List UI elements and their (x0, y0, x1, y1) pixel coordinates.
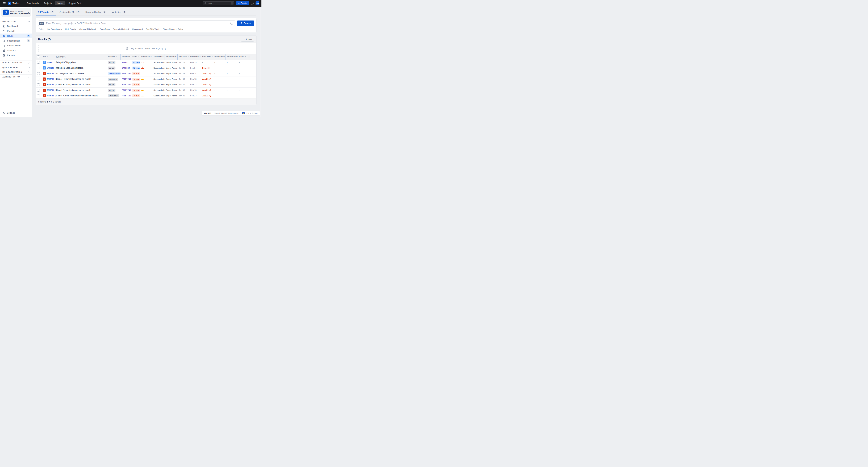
top-nav-projects[interactable]: Projects (42, 1, 54, 5)
sidebar-section-dashboard[interactable]: DASHBOARD (0, 20, 32, 24)
sidebar-group-administration[interactable]: ADMINISTRATION (0, 75, 32, 79)
export-button[interactable]: Export (241, 37, 254, 41)
column-header-due-date[interactable]: DUE DATE⇅ (201, 54, 213, 60)
project-link[interactable]: FRONTEND (122, 72, 131, 75)
project-link[interactable]: FRONTEND (122, 95, 131, 97)
table-row[interactable]: FRONTEND-5[Clone] Fix navigation menu on… (36, 82, 256, 87)
top-nav-issues[interactable]: Issues (55, 1, 65, 5)
tenant-switcher[interactable]: DEFAULT TENANT Default Organization (1, 8, 31, 17)
column-header-created[interactable]: CREATED⇅ (178, 54, 189, 60)
task-icon (43, 66, 46, 69)
column-header-priority[interactable]: PRIORITY⇅ (140, 54, 152, 60)
sidebar-item-projects[interactable]: Projects (0, 29, 32, 33)
row-checkbox[interactable] (37, 94, 40, 97)
scrollbar[interactable] (260, 7, 261, 117)
table-row[interactable]: INFRA-1Set up CI/CD pipelineTO DOINFRATA… (36, 60, 256, 65)
tab-reported-by-me[interactable]: Reported by Me7 (83, 10, 108, 15)
table-row[interactable]: FRONTEND-4[Clone] Fix navigation menu on… (36, 87, 256, 93)
column-header-reporter[interactable]: REPORTER⇅ (164, 54, 178, 60)
project-link[interactable]: INFRA (122, 61, 128, 63)
avatar[interactable]: SU (255, 1, 259, 5)
project-link[interactable]: FRONTEND (122, 89, 131, 91)
sort-icon[interactable]: ⇅ (47, 56, 49, 58)
select-all-checkbox[interactable] (37, 55, 40, 58)
column-header-type[interactable]: TYPE⇅ (131, 54, 140, 60)
tab-watching[interactable]: Watching4 (110, 10, 128, 15)
quick-filter-open-bugs[interactable]: Open Bugs (100, 28, 110, 30)
sidebar-item-statistics[interactable]: Statistics (0, 48, 32, 53)
table-row[interactable]: FRONTEND-1Fix navigation menu on mobileI… (36, 71, 256, 76)
column-header-status[interactable]: STATUS⇅ (106, 54, 121, 60)
row-checkbox[interactable] (37, 89, 40, 92)
sort-icon[interactable]: ⇅ (163, 56, 164, 58)
sort-desc-icon[interactable]: ↓ (65, 56, 66, 58)
column-settings-icon[interactable] (248, 56, 250, 58)
row-checkbox[interactable] (37, 83, 40, 86)
sidebar-item-settings[interactable]: Settings (0, 109, 32, 117)
sort-icon[interactable]: ⇅ (199, 56, 201, 58)
overdue-clock-icon (209, 95, 211, 97)
row-checkbox[interactable] (37, 61, 40, 64)
top-nav-support-desk[interactable]: Support Desk (66, 1, 84, 5)
quick-filter-due-this-week[interactable]: Due This Week (146, 28, 159, 30)
groupby-dropzone[interactable]: Drag a column header here to group by (38, 45, 254, 52)
top-nav-dashboards[interactable]: Dashboards (25, 1, 40, 5)
tql-help-icon[interactable]: ? (230, 22, 233, 25)
sort-icon[interactable]: ⇅ (151, 56, 152, 58)
ticket-key-link[interactable]: BACKEND-1 (47, 67, 54, 69)
sort-icon[interactable]: ⇅ (176, 56, 178, 58)
create-button[interactable]: + Create (236, 1, 249, 5)
project-link[interactable]: FRONTEND (122, 84, 131, 86)
ticket-key-link[interactable]: INFRA-1 (47, 61, 54, 63)
sort-icon[interactable]: ⇅ (188, 56, 189, 58)
results-title: Results (7) (38, 38, 51, 41)
column-header-summary[interactable]: SUMMARY↓ (54, 54, 106, 60)
sort-icon[interactable]: ⇅ (212, 56, 213, 58)
table-row[interactable]: BACKEND-1Implement user authenticationTO… (36, 65, 256, 71)
column-label: REPORTER (166, 56, 176, 58)
ticket-key-link[interactable]: FRONTEND-2 (47, 78, 54, 80)
menu-icon[interactable] (3, 2, 5, 4)
ticket-key-link[interactable]: FRONTEND-4 (47, 89, 54, 91)
project-link[interactable]: BACKEND (122, 67, 130, 69)
help-icon[interactable]: ? (251, 2, 254, 5)
quick-filter-unassigned[interactable]: Unassigned (132, 28, 143, 30)
column-header-assignee[interactable]: ASSIGNEE⇅ (152, 54, 164, 60)
table-row[interactable]: FRONTEND-3[Clone] [Clone] Fix navigation… (36, 93, 256, 98)
tql-query-input-wrap[interactable]: TQL ? (38, 21, 235, 26)
column-header-key[interactable]: KEY⇅ (41, 54, 54, 60)
sidebar-item-reports[interactable]: Reports (0, 53, 32, 58)
ticket-key-link[interactable]: FRONTEND-1 (47, 72, 54, 75)
sidebar-group-quick-filters[interactable]: QUICK FILTERS (0, 65, 32, 70)
sidebar-item-dashboard[interactable]: Dashboard (0, 24, 32, 29)
row-checkbox[interactable] (37, 78, 40, 81)
global-search-input[interactable] (208, 2, 230, 4)
sidebar-item-search-issues[interactable]: Search Issues (0, 43, 32, 48)
sort-icon[interactable]: ⇅ (138, 56, 139, 58)
ticket-key-link[interactable]: FRONTEND-5 (47, 84, 54, 86)
row-checkbox[interactable] (37, 72, 40, 75)
column-header-updated[interactable]: UPDATED⇅ (189, 54, 201, 60)
quick-filter-high-priority[interactable]: High Priority (65, 28, 76, 30)
project-link[interactable]: FRONTEND (122, 78, 131, 80)
status-badge: UNKNOWN (108, 94, 119, 97)
tql-query-input[interactable] (46, 22, 229, 25)
quick-filter-created-this-week[interactable]: Created This Week (79, 28, 96, 30)
ticket-key-link[interactable]: FRONTEND-3 (47, 95, 54, 97)
global-search[interactable]: / (203, 1, 235, 5)
sidebar-item-issues[interactable]: Issues7 (0, 33, 32, 38)
sidebar-group-recent-projects[interactable]: RECENT PROJECTS (0, 60, 32, 65)
row-checkbox[interactable] (37, 67, 40, 69)
sidebar-item-support-desk[interactable]: Support Desk0 (0, 38, 32, 43)
quick-filter-my-open-issues[interactable]: My Open Issues (48, 28, 62, 30)
quick-filter-recently-updated[interactable]: Recently Updated (113, 28, 129, 30)
table-row[interactable]: FRONTEND-2[Clone] Fix navigation menu on… (36, 76, 256, 82)
sort-icon[interactable]: ⇅ (116, 56, 117, 58)
brand[interactable]: Trakr (8, 2, 19, 5)
tab-assigned-to-me[interactable]: Assigned to Me7 (58, 10, 82, 15)
tab-all-tickets[interactable]: All Tickets7 (36, 10, 56, 15)
quick-filter-status-changed-today[interactable]: Status Changed Today (163, 28, 183, 30)
sidebar-group-my-organization[interactable]: MY ORGANIZATION (0, 70, 32, 75)
search-button[interactable]: Search (237, 21, 254, 26)
due-date-text: Jan 31 (202, 95, 209, 97)
